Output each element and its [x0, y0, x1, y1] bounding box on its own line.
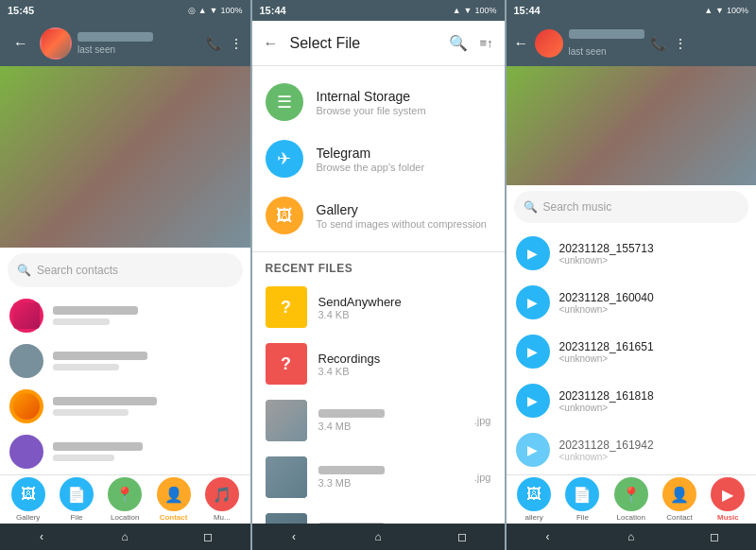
music-item-3[interactable]: ▶ 20231128_161651 <unknown> [507, 327, 757, 376]
contact-item-3[interactable] [0, 384, 250, 429]
play-btn-5[interactable]: ▶ [516, 433, 550, 467]
nav-gallery-1[interactable]: 🖼 Gallery [11, 477, 45, 522]
contact-info-3: last seen [569, 29, 644, 59]
gallery-storage-icon: 🖼 [266, 197, 303, 234]
music-info-4: 20231128_161818 <unknown> [559, 389, 747, 413]
status-icons-1: ◎ ▲ ▼ 100% [188, 6, 243, 15]
gallery-icon-3: 🖼 [517, 477, 551, 511]
phone-icon-3[interactable]: 📞 [650, 36, 666, 51]
search-contacts-bar[interactable]: 🔍 Search contacts [8, 253, 243, 287]
music-nav-icon-3: ▶ [711, 477, 745, 511]
home-sys-2[interactable]: ⌂ [367, 530, 389, 543]
contact-item-2[interactable] [0, 338, 250, 384]
signal-icon-3: ▲ [704, 6, 713, 15]
music-info-3: 20231128_161651 <unknown> [559, 340, 747, 364]
file-item-2[interactable]: ? Recordings 3.4 KB [252, 335, 505, 392]
music-list: ▶ 20231128_155713 <unknown> ▶ 20231128_1… [507, 229, 757, 474]
battery-icon-2: 100% [474, 6, 496, 15]
music-app-bar: ← last seen 📞 ⋮ [507, 21, 757, 66]
contact-item-4[interactable] [0, 429, 250, 474]
panel-select-file: 15:44 ▲ ▼ 100% ← Select File 🔍 ≡↑ ☰ Inte… [252, 0, 505, 550]
back-sys-1[interactable]: ‹ [30, 530, 53, 543]
contact-name-2 [53, 352, 147, 360]
storage-option-telegram[interactable]: ✈ Telegram Browse the app's folder [252, 130, 505, 187]
system-nav-1: ‹ ⌂ ◻ [0, 524, 250, 550]
contact-status-3: last seen [569, 46, 607, 57]
contact-text-4 [53, 442, 241, 461]
gallery-storage-desc: To send images without compression [317, 218, 487, 230]
nav-music-label-3: Music [717, 513, 739, 522]
file-info-3: 3.4 MB [318, 409, 463, 432]
telegram-text: Telegram Browse the app's folder [317, 146, 425, 173]
back-button-3[interactable]: ← [514, 35, 529, 52]
search-file-icon[interactable]: 🔍 [449, 34, 468, 52]
storage-option-internal[interactable]: ☰ Internal Storage Browse your file syst… [252, 74, 505, 130]
play-btn-3[interactable]: ▶ [516, 335, 550, 369]
back-button-1[interactable]: ← [8, 30, 34, 57]
more-icon-1[interactable]: ⋮ [230, 36, 243, 51]
nav-location-3[interactable]: 📍 Location [614, 477, 648, 522]
file-item-3[interactable]: 3.4 MB .jpg [252, 392, 505, 449]
app-bar-1: ← last seen 📞 ⋮ [0, 21, 250, 66]
location-nav-icon-1: 📍 [108, 477, 142, 511]
contact-name-1 [53, 306, 138, 315]
panel-contacts: 15:45 ◎ ▲ ▼ 100% ← last seen 📞 ⋮ 🔍 Searc… [0, 0, 250, 550]
back-button-2[interactable]: ← [264, 35, 279, 52]
nav-gallery-label-1: Gallery [16, 513, 40, 522]
play-btn-1[interactable]: ▶ [516, 236, 550, 270]
file-size-3: 3.4 MB [318, 421, 463, 432]
music-artist-4: <unknown> [559, 403, 747, 413]
music-artist-3: <unknown> [559, 353, 747, 364]
nav-file-label-1: File [70, 513, 82, 522]
location-icon-3: 📍 [614, 477, 648, 511]
nav-contact-label-3: Contact [666, 513, 693, 522]
file-item-5[interactable]: 3.3 MB .jpg [252, 506, 505, 524]
file-item-1[interactable]: ? SendAnywhere 3.4 KB [252, 279, 505, 335]
home-sys-3[interactable]: ⌂ [620, 530, 643, 543]
phone-icon-1[interactable]: 📞 [206, 36, 222, 51]
recent-sys-3[interactable]: ◻ [703, 530, 726, 543]
contact-avatar-4 [9, 435, 43, 469]
play-btn-4[interactable]: ▶ [516, 384, 550, 418]
file-info-2: Recordings 3.4 KB [318, 352, 491, 377]
contact-item-1[interactable] [0, 293, 250, 338]
nav-location-label-1: Location [111, 513, 139, 522]
nav-contact-3[interactable]: 👤 Contact [662, 477, 696, 522]
nav-music-3[interactable]: ▶ Music [711, 477, 745, 522]
back-sys-3[interactable]: ‹ [537, 530, 559, 543]
back-sys-2[interactable]: ‹ [283, 530, 305, 543]
nav-contact-1[interactable]: 👤 Contact [157, 477, 191, 522]
storage-option-gallery[interactable]: 🖼 Gallery To send images without compres… [252, 187, 505, 244]
music-item-2[interactable]: ▶ 20231128_160040 <unknown> [507, 278, 757, 327]
more-icon-3[interactable]: ⋮ [674, 36, 687, 51]
file-thumb-5 [266, 513, 307, 524]
music-search-bar[interactable]: 🔍 Search music [514, 191, 749, 223]
file-info-4: 3.3 MB [318, 466, 463, 489]
nav-location-1[interactable]: 📍 Location [108, 477, 142, 522]
search-contacts-placeholder: Search contacts [37, 264, 118, 277]
file-ext-3: .jpg [474, 415, 491, 426]
storage-options: ☰ Internal Storage Browse your file syst… [252, 66, 505, 252]
recent-sys-1[interactable]: ◻ [197, 530, 219, 543]
music-item-5[interactable]: ▶ 20231128_161942 <unknown> [507, 425, 757, 474]
contact-list-section: 🔍 Search contacts [0, 248, 250, 474]
signal-icon-1: ▲ [198, 6, 207, 15]
music-item-1[interactable]: ▶ 20231128_155713 <unknown> [507, 229, 757, 278]
recent-sys-2[interactable]: ◻ [451, 530, 473, 543]
music-item-4[interactable]: ▶ 20231128_161818 <unknown> [507, 376, 757, 425]
status-bar-2: 15:44 ▲ ▼ 100% [252, 0, 505, 21]
telegram-desc: Browse the app's folder [317, 162, 425, 173]
bottom-nav-3: 🖼 allery 📄 File 📍 Location 👤 Contact ▶ M… [507, 474, 757, 524]
file-item-4[interactable]: 3.3 MB .jpg [252, 449, 505, 506]
home-sys-1[interactable]: ⌂ [113, 530, 136, 543]
play-btn-2[interactable]: ▶ [516, 285, 550, 319]
nav-file-3[interactable]: 📄 File [565, 477, 599, 522]
nav-file-1[interactable]: 📄 File [60, 477, 94, 522]
nav-gallery-3[interactable]: 🖼 allery [517, 477, 551, 522]
sort-file-icon[interactable]: ≡↑ [479, 36, 492, 50]
nav-music-1[interactable]: 🎵 Mu... [205, 477, 239, 522]
nav-contact-label-1: Contact [160, 513, 188, 522]
contact-text-2 [53, 352, 241, 370]
recent-files-section: Recent files ? SendAnywhere 3.4 KB ? Rec… [252, 252, 505, 524]
app-bar-actions-1: 📞 ⋮ [206, 36, 243, 51]
